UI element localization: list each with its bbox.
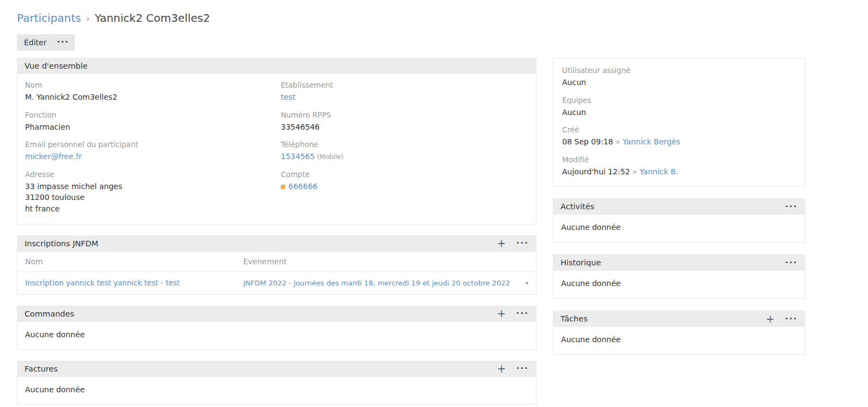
taches-add-icon[interactable]: + <box>766 314 775 324</box>
panel-activites-title: Activités <box>560 202 594 211</box>
field-telephone-label: Téléphone <box>281 139 528 149</box>
panel-activites: Activités ••• Aucune donnée <box>553 198 805 242</box>
created-datetime: 08 Sep 09:18 <box>562 137 613 146</box>
field-nom-value: M. Yannick2 Com3elles2 <box>25 92 281 102</box>
breadcrumb-separator: › <box>86 13 89 24</box>
page-title: Yannick2 Com3elles2 <box>95 11 210 25</box>
inscription-name-link[interactable]: Inscription yannick test yannick test - … <box>25 278 180 287</box>
taches-empty-text: Aucune donnée <box>553 327 805 354</box>
field-modified: Modifié Aujourd'hui 12:52 » Yannick B. <box>562 155 796 178</box>
breadcrumb: Participants›Yannick2 Com3elles2 <box>17 11 805 25</box>
edit-button[interactable]: Éditer <box>17 34 53 51</box>
created-separator: » <box>616 137 620 146</box>
inscriptions-col-evenement: Evenement <box>243 257 515 266</box>
overview-right-column: Etablissement test Numéro RPPS 33546546 … <box>281 80 528 221</box>
panel-taches-heading: Tâches + ••• <box>553 311 805 327</box>
field-telephone: Téléphone 1534565(Mobile) <box>281 139 528 162</box>
field-etablissement: Etablissement test <box>281 80 528 103</box>
inscriptions-more-icon[interactable]: ••• <box>516 241 529 246</box>
panel-taches-title: Tâches <box>560 314 588 323</box>
factures-empty-text: Aucune donnée <box>17 377 536 404</box>
etablissement-link[interactable]: test <box>281 93 296 101</box>
activites-empty-text: Aucune donnée <box>553 215 805 242</box>
activites-more-icon[interactable]: ••• <box>785 204 798 209</box>
panel-inscriptions: Inscriptions JNFDM + ••• Nom Evenement I… <box>17 235 537 295</box>
inscriptions-table-header: Nom Evenement <box>17 252 536 272</box>
panel-historique-heading: Historique ••• <box>553 254 805 271</box>
modified-datetime: Aujourd'hui 12:52 <box>562 167 630 176</box>
panel-factures-heading: Factures + ••• <box>17 361 537 377</box>
field-numero-rpps-label: Numéro RPPS <box>281 110 528 120</box>
panel-overview: Vue d'ensemble Nom M. Yannick2 Com3elles… <box>17 58 537 224</box>
panel-overview-title: Vue d'ensemble <box>25 62 88 70</box>
field-assigned-user-label: Utilisateur assigné <box>562 65 796 75</box>
panel-commandes-title: Commandes <box>25 309 74 318</box>
field-adresse-label: Adresse <box>25 169 281 179</box>
modified-by-link[interactable]: Yannick B. <box>640 167 678 176</box>
inscription-row-dropdown-icon[interactable]: ▾ <box>515 280 528 286</box>
field-numero-rpps-value: 33546546 <box>281 122 528 132</box>
panel-inscriptions-title: Inscriptions JNFDM <box>25 239 98 248</box>
field-created-label: Créé <box>562 125 796 135</box>
panel-factures-title: Factures <box>25 365 58 373</box>
adresse-line-3: ht france <box>25 203 281 214</box>
factures-more-icon[interactable]: ••• <box>516 366 529 371</box>
panel-activites-heading: Activités ••• <box>553 198 805 215</box>
field-fonction-label: Fonction <box>25 110 281 120</box>
taches-more-icon[interactable]: ••• <box>785 317 798 321</box>
field-teams: Équipes Aucun <box>562 95 796 118</box>
field-assigned-user-value: Aucun <box>562 77 796 88</box>
field-created: Créé 08 Sep 09:18 » Yannick Bergès <box>562 125 796 148</box>
field-fonction: Fonction Pharmacien <box>25 110 281 133</box>
field-teams-value: Aucun <box>562 107 796 118</box>
panel-historique-title: Historique <box>560 258 601 267</box>
historique-empty-text: Aucune donnée <box>553 271 805 298</box>
inscriptions-col-nom: Nom <box>25 257 243 266</box>
compte-link[interactable]: 666666 <box>288 182 317 191</box>
field-compte-label: Compte <box>281 169 528 179</box>
field-assigned-user: Utilisateur assigné Aucun <box>562 65 796 88</box>
telephone-link[interactable]: 1534565 <box>281 152 315 161</box>
commandes-more-icon[interactable]: ••• <box>516 311 529 316</box>
detail-page: Participants›Yannick2 Com3elles2 Éditer … <box>17 11 805 407</box>
field-etablissement-label: Etablissement <box>281 80 528 90</box>
panel-commandes: Commandes + ••• Aucune donnée <box>17 306 537 350</box>
panel-side-info: Utilisateur assigné Aucun Équipes Aucun … <box>553 58 805 186</box>
breadcrumb-participants-link[interactable]: Participants <box>17 11 81 25</box>
field-modified-label: Modifié <box>562 155 796 165</box>
panel-commandes-heading: Commandes + ••• <box>17 306 537 322</box>
panel-factures: Factures + ••• Aucune donnée <box>17 361 537 405</box>
field-compte: Compte 666666 <box>281 169 528 192</box>
field-email-label: Email personnel du participant <box>25 139 281 149</box>
field-nom: Nom M. Yannick2 Com3elles2 <box>25 80 281 103</box>
inscriptions-table-row: Inscription yannick test yannick test - … <box>17 272 536 294</box>
commandes-add-icon[interactable]: + <box>497 308 506 319</box>
field-nom-label: Nom <box>25 80 281 90</box>
field-adresse: Adresse 33 impasse michel anges 31200 to… <box>25 169 281 214</box>
panel-inscriptions-heading: Inscriptions JNFDM + ••• <box>17 235 537 252</box>
historique-more-icon[interactable]: ••• <box>785 260 798 265</box>
factures-add-icon[interactable]: + <box>497 363 506 374</box>
edit-button-group: Éditer ••• <box>17 34 75 51</box>
field-fonction-value: Pharmacien <box>25 122 281 132</box>
created-by-link[interactable]: Yannick Bergès <box>623 137 680 146</box>
commandes-empty-text: Aucune donnée <box>17 322 536 349</box>
account-status-square-icon <box>281 185 285 189</box>
more-actions-button[interactable]: ••• <box>53 34 75 51</box>
field-teams-label: Équipes <box>562 95 796 105</box>
inscription-event-link[interactable]: JNFDM 2022 - Journées des mardi 18, merc… <box>243 279 510 287</box>
inscriptions-add-icon[interactable]: + <box>497 238 506 248</box>
email-link[interactable]: micker@free.fr <box>25 152 82 161</box>
telephone-type-label: (Mobile) <box>317 153 343 161</box>
adresse-line-1: 33 impasse michel anges <box>25 181 281 192</box>
adresse-line-2: 31200 toulouse <box>25 192 281 203</box>
overview-left-column: Nom M. Yannick2 Com3elles2 Fonction Phar… <box>25 80 281 221</box>
panel-overview-heading: Vue d'ensemble <box>17 58 537 74</box>
panel-taches: Tâches + ••• Aucune donnée <box>553 311 805 355</box>
modified-separator: » <box>632 167 637 176</box>
field-email: Email personnel du participant micker@fr… <box>25 139 281 162</box>
panel-historique: Historique ••• Aucune donnée <box>553 254 805 299</box>
field-numero-rpps: Numéro RPPS 33546546 <box>281 110 528 133</box>
